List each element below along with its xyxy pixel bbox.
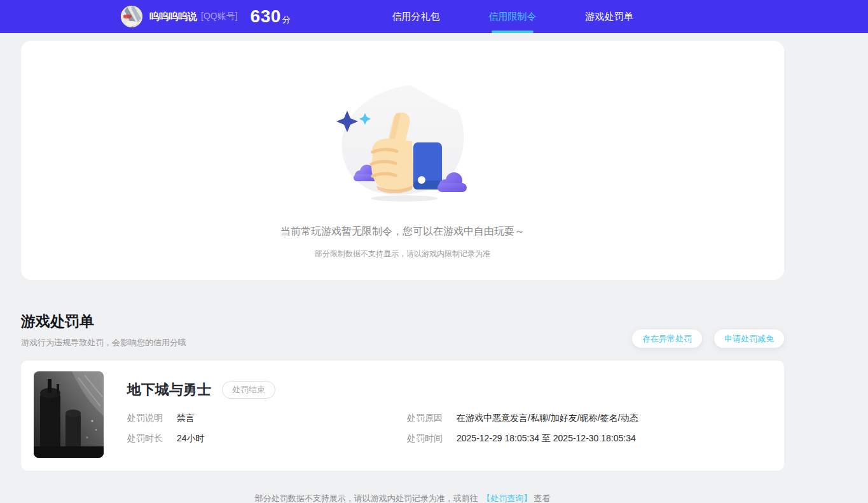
penalty-section-titles: 游戏处罚单 游戏行为违规导致处罚，会影响您的信用分哦 — [21, 312, 186, 348]
avatar-image — [121, 6, 142, 27]
empty-state-message: 当前常玩游戏暂无限制令，您可以在游戏中自由玩耍～ — [21, 225, 784, 238]
section-subtitle: 游戏行为违规导致处罚，会影响您的信用分哦 — [21, 337, 186, 348]
credit-score: 630 分 — [251, 6, 291, 27]
abnormal-penalty-button[interactable]: 存在异常处罚 — [632, 329, 702, 348]
penalty-title-row: 地下城与勇士 处罚结束 — [127, 380, 771, 399]
credit-score-unit: 分 — [282, 14, 291, 25]
tab-credit-gift[interactable]: 信用分礼包 — [368, 0, 464, 33]
penalty-query-link[interactable]: 【处罚查询】 — [482, 493, 532, 503]
sleeve-icon — [413, 142, 442, 189]
penalty-fields: 处罚说明 禁言 处罚原因 在游戏中恶意发言/私聊/加好友/昵称/签名/动态 处罚… — [127, 413, 771, 444]
status-badge: 处罚结束 — [222, 381, 275, 399]
penalty-card: 地下城与勇士 处罚结束 处罚说明 禁言 处罚原因 在游戏中恶意发言/私聊/加好友… — [21, 361, 784, 471]
field-penalty-description: 处罚说明 禁言 — [127, 413, 407, 424]
game-thumbnail-image — [34, 371, 104, 458]
penalty-info: 地下城与勇士 处罚结束 处罚说明 禁言 处罚原因 在游戏中恶意发言/私聊/加好友… — [104, 371, 771, 460]
game-thumbnail — [34, 371, 104, 458]
credit-score-value: 630 — [251, 6, 281, 27]
penalty-section-header: 游戏处罚单 游戏行为违规导致处罚，会影响您的信用分哦 存在异常处罚 申请处罚减免 — [21, 312, 784, 348]
avatar[interactable] — [121, 6, 142, 27]
section-title: 游戏处罚单 — [21, 312, 186, 331]
tab-game-penalty[interactable]: 游戏处罚单 — [561, 0, 658, 33]
username: 呜呜呜呜说 — [149, 11, 197, 23]
footer-text-after: 查看 — [534, 493, 550, 503]
top-nav: 信用分礼包 信用限制令 游戏处罚单 — [368, 0, 658, 33]
footer-text-before: 部分处罚数据不支持展示，请以游戏内处罚记录为准，或前往 — [255, 493, 478, 503]
field-penalty-time: 处罚时间 2025-12-29 18:05:34 至 2025-12-30 18… — [407, 433, 771, 444]
field-penalty-duration: 处罚时长 24小时 — [127, 433, 407, 444]
penalty-actions: 存在异常处罚 申请处罚减免 — [632, 329, 784, 348]
top-bar: 呜呜呜呜说 [QQ账号] 630 分 信用分礼包 信用限制令 游戏处罚单 — [0, 0, 868, 33]
ground-shadow — [371, 195, 437, 202]
game-name: 地下城与勇士 — [127, 380, 211, 399]
empty-state-note: 部分限制数据不支持显示，请以游戏内限制记录为准 — [21, 249, 784, 259]
footer-note: 部分处罚数据不支持展示，请以游戏内处罚记录为准，或前往 【处罚查询】查看 — [21, 493, 784, 503]
account-type-label: [QQ账号] — [201, 11, 238, 22]
restriction-empty-card: 当前常玩游戏暂无限制令，您可以在游戏中自由玩耍～ 部分限制数据不支持显示，请以游… — [21, 41, 784, 280]
field-penalty-reason: 处罚原因 在游戏中恶意发言/私聊/加好友/昵称/签名/动态 — [407, 413, 771, 424]
tab-credit-restriction[interactable]: 信用限制令 — [464, 0, 561, 33]
thumbs-up-illustration — [336, 80, 469, 202]
penalty-reduction-button[interactable]: 申请处罚减免 — [714, 329, 784, 348]
user-info: 呜呜呜呜说 [QQ账号] 630 分 — [121, 0, 291, 33]
